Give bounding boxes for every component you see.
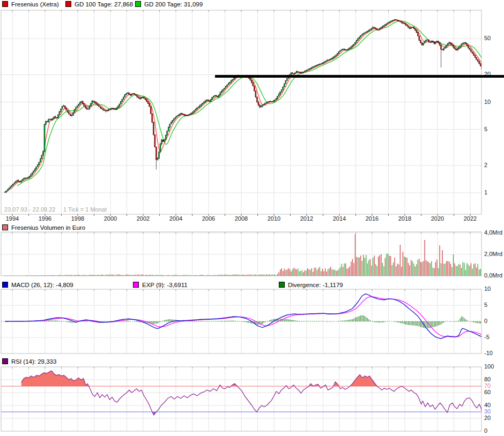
price-axis-label: 1	[484, 189, 487, 196]
rsi-axis-label: 20	[484, 415, 491, 421]
rsi-axis-label: 60	[484, 389, 491, 395]
x-axis-year-label: 1994	[1, 215, 24, 222]
x-axis-year-label: 2010	[262, 215, 286, 222]
macd-axis-label: 5	[484, 302, 487, 308]
x-axis-year-label: 2002	[131, 215, 155, 222]
x-axis-year-label: 2000	[99, 215, 122, 222]
price-axis-label: 5	[484, 126, 487, 132]
x-axis-year-label: 2016	[360, 215, 384, 222]
rsi-axis-label: 30	[484, 408, 491, 415]
macd-axis-label: -5	[484, 334, 490, 340]
date-range-label: 23.07.93 - 22.09.22	[4, 206, 55, 213]
x-axis-year-label: 1998	[66, 215, 90, 222]
price-axis-label: 50	[484, 35, 491, 41]
x-axis-year-label: 2012	[295, 215, 318, 222]
stock-chart-page: Fresenius (Xetra) GD 100 Tage: 27,868 GD…	[0, 0, 504, 436]
x-axis-year-label: 2020	[426, 215, 449, 222]
macd-axis-label: 0	[484, 318, 487, 324]
rsi-axis-label: 40	[484, 402, 491, 408]
x-axis-year-label: 2004	[164, 215, 188, 222]
x-axis-year-label: 2008	[229, 215, 253, 222]
x-axis-year-label: 2018	[393, 215, 417, 222]
rsi-axis-label: 70	[484, 382, 491, 389]
support-line	[215, 75, 504, 78]
volume-axis-label: 2,0Mrd	[484, 251, 502, 257]
x-axis-year-label: 2022	[458, 215, 482, 222]
price-axis-label: 2	[484, 162, 487, 168]
rsi-axis-label: 80	[484, 376, 491, 382]
x-axis-year-label: 2006	[197, 215, 220, 222]
x-axis-year-label: 1996	[33, 215, 57, 222]
rsi-axis-label: 0	[484, 427, 487, 434]
price-axis-label: 10	[484, 99, 491, 105]
macd-axis-label: -10	[484, 350, 493, 356]
volume-axis-label: 0,0Mrd	[484, 272, 502, 279]
volume-axis-label: 4,0Mrd	[484, 229, 502, 236]
macd-axis-label: 10	[484, 285, 491, 292]
x-axis-year-label: 2014	[328, 215, 351, 222]
rsi-axis-label: 100	[484, 363, 494, 370]
tick-interval-label: 1 Tick = 1 Monat	[63, 206, 107, 213]
